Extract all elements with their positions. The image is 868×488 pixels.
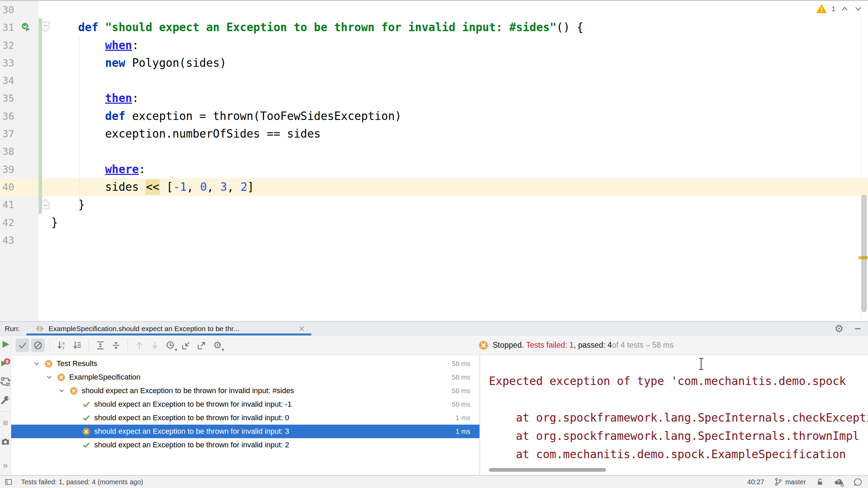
toggle-auto-test-icon[interactable] xyxy=(0,376,11,387)
export-test-results-icon[interactable] xyxy=(195,339,209,352)
previous-highlighted-error-icon[interactable] xyxy=(840,4,849,13)
test-tree-row[interactable]: should expect an Exception to be thrown … xyxy=(11,384,479,398)
editor-line[interactable]: 41 } xyxy=(0,196,868,214)
editor-lines: 3031 def "should expect an Exception to … xyxy=(0,1,868,249)
warning-icon xyxy=(816,4,827,14)
editor-line[interactable]: 36 def exception = thrown(TooFewSidesExc… xyxy=(0,107,868,125)
marker-down-icon xyxy=(41,21,50,33)
thread-dump-icon[interactable] xyxy=(0,436,11,447)
test-name: Test Results xyxy=(57,359,97,368)
caret-position-widget[interactable]: 40:27 xyxy=(747,478,764,486)
more-icon[interactable]: » xyxy=(0,460,11,471)
dropdown-caret-icon: ▾ xyxy=(221,347,224,353)
expand-all-icon[interactable] xyxy=(94,339,107,352)
svg-text:z: z xyxy=(62,345,64,350)
chevron-down-icon[interactable] xyxy=(58,387,70,394)
editor-line[interactable]: 39 where: xyxy=(0,161,868,178)
run-left-toolbar: 9» xyxy=(0,336,11,475)
inspections-widget[interactable]: 1 xyxy=(816,4,863,14)
line-number: 37 xyxy=(0,125,14,143)
editor-scrollbar-thumb[interactable] xyxy=(862,195,867,312)
rerun-failed-tests-icon[interactable]: 9 xyxy=(0,358,11,368)
editor-line[interactable]: 43 xyxy=(0,231,868,249)
test-tree-row[interactable]: should expect an Exception to be thrown … xyxy=(11,425,479,438)
line-number: 36 xyxy=(0,107,14,125)
unlock-icon[interactable] xyxy=(815,478,824,486)
console-line: at org.spockframework.lang.SpecInternals… xyxy=(489,409,868,427)
test-tree-row[interactable]: ExampleSpecification58 ms xyxy=(11,370,479,384)
console-line: at com.mechanitis.demo.spock.ExampleSpec… xyxy=(489,445,868,464)
show-passed-icon[interactable] xyxy=(16,339,29,352)
sync-status-icon[interactable]: ?⚙ xyxy=(833,477,844,487)
test-console-output[interactable]: Expected exception of type 'com.mechanit… xyxy=(480,355,868,475)
sort-alphabetically-icon[interactable]: az xyxy=(55,339,68,352)
git-branch-icon xyxy=(774,477,783,486)
indent-guide xyxy=(79,37,80,214)
editor-line[interactable]: 35 then: xyxy=(0,89,868,107)
next-failed-test-icon xyxy=(148,339,162,352)
editor-line[interactable]: 42} xyxy=(0,214,868,231)
test-duration: 56 ms xyxy=(452,401,470,408)
test-runner-settings-icon[interactable] xyxy=(0,395,11,406)
collapse-all-icon[interactable] xyxy=(109,339,123,352)
editor-line[interactable]: 40 sides << [-1, 0, 3, 2] xyxy=(0,178,868,196)
console-hscrollbar-thumb[interactable] xyxy=(489,468,606,472)
rerun-icon[interactable] xyxy=(0,339,11,350)
test-passed-icon xyxy=(82,414,91,422)
editor-line[interactable]: 32 when: xyxy=(0,37,868,54)
editor-line[interactable]: 30 xyxy=(0,1,868,19)
line-number: 32 xyxy=(0,37,14,54)
run-panel-label: Run: xyxy=(5,325,22,333)
svg-text:a: a xyxy=(62,341,65,345)
settings-gear-icon[interactable]: ⚙ xyxy=(834,324,844,334)
notifications-icon[interactable] xyxy=(853,477,863,487)
run-tool-window: Run: ExampleSpecification.should expect … xyxy=(0,321,868,475)
close-icon[interactable] xyxy=(298,325,305,332)
chevron-down-icon[interactable] xyxy=(33,360,44,367)
test-tree-row[interactable]: should expect an Exception to be thrown … xyxy=(11,411,479,425)
test-tree-row[interactable]: should expect an Exception to be thrown … xyxy=(11,438,479,452)
editor-line[interactable]: 37 exception.numberOfSides == sides xyxy=(0,125,868,143)
test-tree-row[interactable]: Test Results58 ms xyxy=(11,357,479,370)
hide-panel-icon[interactable] xyxy=(854,325,862,333)
toolwindow-toggle-icon[interactable] xyxy=(4,477,13,486)
warning-count: 1 xyxy=(831,5,835,13)
code-editor[interactable]: 3031 def "should expect an Exception to … xyxy=(0,1,868,321)
editor-line[interactable]: 34 xyxy=(0,72,868,89)
test-tree-row[interactable]: should expect an Exception to be thrown … xyxy=(11,398,479,411)
run-test-gutter-icon[interactable] xyxy=(21,22,33,34)
run-panel-header-actions: ⚙ xyxy=(834,324,862,334)
test-duration: 58 ms xyxy=(452,360,470,368)
git-branch-widget[interactable]: master xyxy=(774,477,806,486)
ibeam-mouse-cursor xyxy=(697,357,705,371)
marker-up-icon xyxy=(41,199,50,210)
toolbar-separator xyxy=(0,411,11,412)
test-name: should expect an Exception to be thrown … xyxy=(94,400,292,409)
stop-icon xyxy=(0,418,11,428)
code-text: def "should expect an Exception to be th… xyxy=(51,19,584,36)
test-duration: 1 ms xyxy=(456,428,470,435)
console-line xyxy=(489,390,868,409)
chevron-down-icon[interactable] xyxy=(45,373,57,381)
code-text: exception.numberOfSides == sides xyxy=(51,125,321,143)
test-name: should expect an Exception to be thrown … xyxy=(94,427,289,436)
next-highlighted-error-icon[interactable] xyxy=(854,4,863,13)
test-history-icon[interactable]: ▾ xyxy=(164,339,177,352)
test-duration: 58 ms xyxy=(452,373,470,381)
editor-line[interactable]: 33 new Polygon(sides) xyxy=(0,54,868,72)
test-name: ExampleSpecification xyxy=(69,373,140,382)
toolbar-settings-icon[interactable]: ⚙▾ xyxy=(211,339,224,352)
line-number: 43 xyxy=(0,231,14,249)
editor-line[interactable]: 38 xyxy=(0,143,868,160)
test-duration: 58 ms xyxy=(452,387,470,395)
tests-failed-badge-icon xyxy=(478,340,489,350)
test-passed-icon xyxy=(82,400,91,409)
show-ignored-icon[interactable] xyxy=(31,339,45,352)
import-test-results-icon[interactable] xyxy=(179,339,193,352)
code-text: def exception = thrown(TooFewSidesExcept… xyxy=(51,107,401,125)
editor-line[interactable]: 31 def "should expect an Exception to be… xyxy=(0,19,868,36)
run-tab[interactable]: ExampleSpecification.should expect an Ex… xyxy=(26,322,311,335)
sort-by-duration-icon[interactable] xyxy=(70,339,84,352)
line-number: 34 xyxy=(0,72,14,89)
line-number: 33 xyxy=(0,54,14,72)
